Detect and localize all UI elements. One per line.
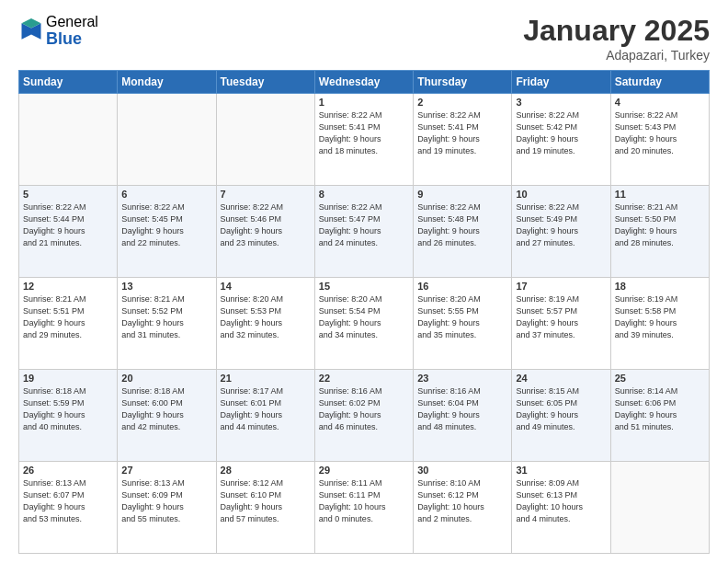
table-row: 19Sunrise: 8:18 AM Sunset: 5:59 PM Dayli… xyxy=(19,370,118,462)
day-info: Sunrise: 8:11 AM Sunset: 6:11 PM Dayligh… xyxy=(319,477,409,525)
table-row: 8Sunrise: 8:22 AM Sunset: 5:47 PM Daylig… xyxy=(314,186,413,278)
day-number: 16 xyxy=(417,281,507,292)
day-number: 19 xyxy=(23,373,113,384)
day-info: Sunrise: 8:22 AM Sunset: 5:48 PM Dayligh… xyxy=(417,201,507,249)
table-row: 9Sunrise: 8:22 AM Sunset: 5:48 PM Daylig… xyxy=(414,186,512,278)
calendar-week-row: 26Sunrise: 8:13 AM Sunset: 6:07 PM Dayli… xyxy=(19,462,710,554)
calendar-week-row: 19Sunrise: 8:18 AM Sunset: 5:59 PM Dayli… xyxy=(19,370,710,462)
day-number: 7 xyxy=(221,189,311,200)
day-number: 21 xyxy=(221,373,311,384)
col-thursday: Thursday xyxy=(414,71,512,94)
table-row xyxy=(118,94,216,186)
col-sunday: Sunday xyxy=(19,71,118,94)
day-number: 28 xyxy=(221,465,311,476)
location: Adapazari, Turkey xyxy=(523,48,710,63)
col-wednesday: Wednesday xyxy=(314,71,413,94)
col-friday: Friday xyxy=(512,71,610,94)
day-number: 26 xyxy=(23,465,113,476)
table-row: 25Sunrise: 8:14 AM Sunset: 6:06 PM Dayli… xyxy=(610,370,709,462)
table-row: 29Sunrise: 8:11 AM Sunset: 6:11 PM Dayli… xyxy=(314,462,413,554)
day-number: 25 xyxy=(615,373,705,384)
day-number: 27 xyxy=(121,465,211,476)
table-row: 2Sunrise: 8:22 AM Sunset: 5:41 PM Daylig… xyxy=(414,94,512,186)
day-number: 29 xyxy=(319,465,409,476)
logo-text: General Blue xyxy=(46,14,98,48)
day-number: 8 xyxy=(319,189,409,200)
day-info: Sunrise: 8:20 AM Sunset: 5:53 PM Dayligh… xyxy=(221,293,311,341)
day-number: 17 xyxy=(516,281,606,292)
day-info: Sunrise: 8:22 AM Sunset: 5:46 PM Dayligh… xyxy=(221,201,311,249)
table-row: 23Sunrise: 8:16 AM Sunset: 6:04 PM Dayli… xyxy=(414,370,512,462)
calendar: Sunday Monday Tuesday Wednesday Thursday… xyxy=(18,70,710,554)
calendar-week-row: 5Sunrise: 8:22 AM Sunset: 5:44 PM Daylig… xyxy=(19,186,710,278)
day-number: 1 xyxy=(319,97,409,108)
day-number: 23 xyxy=(417,373,507,384)
day-number: 5 xyxy=(23,189,113,200)
day-info: Sunrise: 8:14 AM Sunset: 6:06 PM Dayligh… xyxy=(615,385,705,433)
table-row: 5Sunrise: 8:22 AM Sunset: 5:44 PM Daylig… xyxy=(19,186,118,278)
table-row: 26Sunrise: 8:13 AM Sunset: 6:07 PM Dayli… xyxy=(19,462,118,554)
table-row xyxy=(216,94,314,186)
day-info: Sunrise: 8:21 AM Sunset: 5:51 PM Dayligh… xyxy=(23,293,113,341)
col-saturday: Saturday xyxy=(610,71,709,94)
day-info: Sunrise: 8:22 AM Sunset: 5:49 PM Dayligh… xyxy=(516,201,606,249)
day-number: 3 xyxy=(516,97,606,108)
day-number: 4 xyxy=(615,97,705,108)
day-number: 12 xyxy=(23,281,113,292)
day-info: Sunrise: 8:18 AM Sunset: 6:00 PM Dayligh… xyxy=(121,385,211,433)
month-title: January 2025 xyxy=(523,14,710,48)
title-block: January 2025 Adapazari, Turkey xyxy=(523,14,710,63)
table-row: 16Sunrise: 8:20 AM Sunset: 5:55 PM Dayli… xyxy=(414,278,512,370)
day-info: Sunrise: 8:17 AM Sunset: 6:01 PM Dayligh… xyxy=(221,385,311,433)
day-info: Sunrise: 8:20 AM Sunset: 5:55 PM Dayligh… xyxy=(417,293,507,341)
table-row: 24Sunrise: 8:15 AM Sunset: 6:05 PM Dayli… xyxy=(512,370,610,462)
header: General Blue January 2025 Adapazari, Tur… xyxy=(18,14,710,63)
day-info: Sunrise: 8:15 AM Sunset: 6:05 PM Dayligh… xyxy=(516,385,606,433)
calendar-header-row: Sunday Monday Tuesday Wednesday Thursday… xyxy=(19,71,710,94)
table-row: 12Sunrise: 8:21 AM Sunset: 5:51 PM Dayli… xyxy=(19,278,118,370)
day-number: 20 xyxy=(121,373,211,384)
day-number: 14 xyxy=(221,281,311,292)
day-info: Sunrise: 8:13 AM Sunset: 6:09 PM Dayligh… xyxy=(121,477,211,525)
day-info: Sunrise: 8:22 AM Sunset: 5:41 PM Dayligh… xyxy=(417,109,507,157)
day-number: 11 xyxy=(615,189,705,200)
table-row: 7Sunrise: 8:22 AM Sunset: 5:46 PM Daylig… xyxy=(216,186,314,278)
day-info: Sunrise: 8:22 AM Sunset: 5:47 PM Dayligh… xyxy=(319,201,409,249)
day-number: 15 xyxy=(319,281,409,292)
day-number: 6 xyxy=(121,189,211,200)
table-row: 14Sunrise: 8:20 AM Sunset: 5:53 PM Dayli… xyxy=(216,278,314,370)
day-info: Sunrise: 8:18 AM Sunset: 5:59 PM Dayligh… xyxy=(23,385,113,433)
page: General Blue January 2025 Adapazari, Tur… xyxy=(0,0,728,563)
day-number: 13 xyxy=(121,281,211,292)
table-row: 11Sunrise: 8:21 AM Sunset: 5:50 PM Dayli… xyxy=(610,186,709,278)
day-number: 24 xyxy=(516,373,606,384)
table-row: 30Sunrise: 8:10 AM Sunset: 6:12 PM Dayli… xyxy=(414,462,512,554)
day-info: Sunrise: 8:20 AM Sunset: 5:54 PM Dayligh… xyxy=(319,293,409,341)
table-row: 17Sunrise: 8:19 AM Sunset: 5:57 PM Dayli… xyxy=(512,278,610,370)
table-row: 28Sunrise: 8:12 AM Sunset: 6:10 PM Dayli… xyxy=(216,462,314,554)
day-info: Sunrise: 8:19 AM Sunset: 5:58 PM Dayligh… xyxy=(615,293,705,341)
table-row: 6Sunrise: 8:22 AM Sunset: 5:45 PM Daylig… xyxy=(118,186,216,278)
col-tuesday: Tuesday xyxy=(216,71,314,94)
day-number: 30 xyxy=(417,465,507,476)
day-number: 18 xyxy=(615,281,705,292)
table-row: 4Sunrise: 8:22 AM Sunset: 5:43 PM Daylig… xyxy=(610,94,709,186)
logo-general: General xyxy=(46,14,98,30)
table-row: 21Sunrise: 8:17 AM Sunset: 6:01 PM Dayli… xyxy=(216,370,314,462)
logo-icon xyxy=(18,18,44,44)
day-info: Sunrise: 8:16 AM Sunset: 6:02 PM Dayligh… xyxy=(319,385,409,433)
table-row: 13Sunrise: 8:21 AM Sunset: 5:52 PM Dayli… xyxy=(118,278,216,370)
table-row: 22Sunrise: 8:16 AM Sunset: 6:02 PM Dayli… xyxy=(314,370,413,462)
table-row: 20Sunrise: 8:18 AM Sunset: 6:00 PM Dayli… xyxy=(118,370,216,462)
table-row: 31Sunrise: 8:09 AM Sunset: 6:13 PM Dayli… xyxy=(512,462,610,554)
day-info: Sunrise: 8:10 AM Sunset: 6:12 PM Dayligh… xyxy=(417,477,507,525)
day-info: Sunrise: 8:22 AM Sunset: 5:45 PM Dayligh… xyxy=(121,201,211,249)
logo: General Blue xyxy=(18,14,98,48)
day-number: 2 xyxy=(417,97,507,108)
calendar-week-row: 1Sunrise: 8:22 AM Sunset: 5:41 PM Daylig… xyxy=(19,94,710,186)
table-row: 3Sunrise: 8:22 AM Sunset: 5:42 PM Daylig… xyxy=(512,94,610,186)
table-row: 18Sunrise: 8:19 AM Sunset: 5:58 PM Dayli… xyxy=(610,278,709,370)
table-row: 27Sunrise: 8:13 AM Sunset: 6:09 PM Dayli… xyxy=(118,462,216,554)
day-info: Sunrise: 8:22 AM Sunset: 5:42 PM Dayligh… xyxy=(516,109,606,157)
day-info: Sunrise: 8:12 AM Sunset: 6:10 PM Dayligh… xyxy=(221,477,311,525)
